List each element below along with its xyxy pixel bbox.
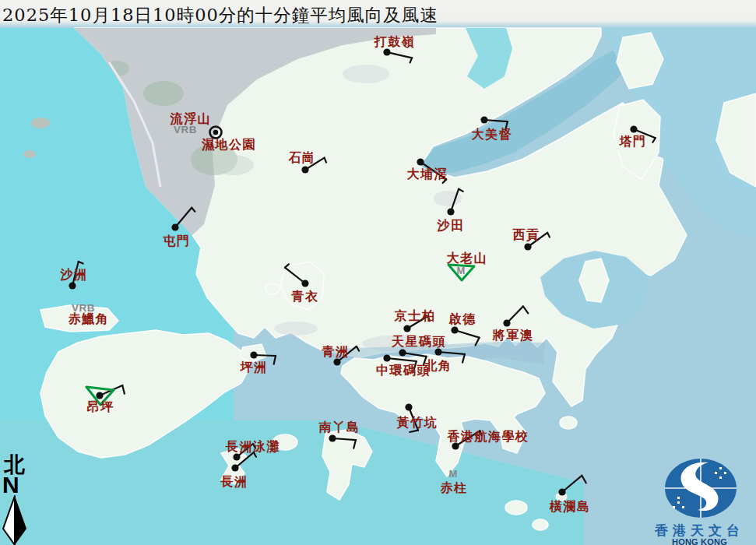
station-dot <box>171 223 178 230</box>
hko-logo: 香港天文台 HONG KONG OBSERVATORY <box>643 453 756 545</box>
station-label: 大埔滘 <box>407 167 448 181</box>
north-arrow-icon <box>2 495 29 545</box>
station-label: 長洲泳灘 <box>225 439 280 454</box>
station-label: 昂坪 <box>87 399 114 414</box>
station-dot <box>301 166 308 173</box>
station-dot <box>447 208 454 215</box>
station-label: 將軍澳 <box>492 328 534 343</box>
station-label: 南丫島 <box>318 420 360 434</box>
station-dot <box>333 358 340 365</box>
map-title: 2025年10月18日10時00分的十分鐘平均風向及風速 <box>2 3 438 27</box>
shenzhen-green-patch <box>143 81 184 106</box>
station-label: 青衣 <box>291 289 319 304</box>
maintenance-m-mark: M <box>457 265 466 276</box>
station-label: 坪洲 <box>240 360 268 374</box>
station-label: 赤柱 <box>440 480 468 495</box>
station-label: 啟德 <box>448 311 476 326</box>
station-dot <box>417 158 424 165</box>
island-deep-bay-2 <box>23 150 36 158</box>
station-label: 濕地公園 <box>201 137 256 152</box>
station-dot <box>399 349 406 356</box>
station-dot <box>329 434 336 441</box>
station-label: 沙田 <box>437 218 465 233</box>
calm-wind-dot <box>213 130 218 135</box>
station-label: 長洲 <box>220 474 248 489</box>
station-label: 中環碼頭 <box>376 363 431 378</box>
station-dot <box>451 326 458 333</box>
station-dot <box>383 354 390 361</box>
station-dot <box>434 348 441 355</box>
island-po-toi <box>505 501 527 515</box>
station-label: 沙洲 <box>60 267 88 282</box>
station-dot <box>250 351 257 358</box>
hko-logo-icon <box>643 453 756 520</box>
station-label: 打鼓嶺 <box>374 34 416 49</box>
station-label: 香港航海學校 <box>447 429 529 444</box>
maintenance-m-mark: M <box>449 468 458 480</box>
hko-name-en: HONG KONG OBSERVATORY <box>643 537 756 545</box>
station-dot <box>69 282 76 289</box>
station-dot <box>558 488 565 495</box>
station-dot <box>524 243 531 250</box>
island-tung-lung <box>560 417 577 429</box>
station-dot <box>301 280 308 287</box>
island-deep-bay-1 <box>31 118 50 128</box>
station-dot <box>383 48 390 55</box>
station-dot <box>405 403 412 410</box>
urban-tsuen-wan <box>274 322 318 336</box>
island-ma-wan <box>265 283 280 294</box>
station-label: 屯門 <box>163 234 191 248</box>
north-indicator: 北 N <box>2 455 33 545</box>
station-label: 青洲 <box>322 344 350 359</box>
urban-fanling <box>343 65 389 83</box>
station-dot <box>96 392 103 399</box>
station-dot <box>233 453 240 460</box>
station-label: 塔門 <box>619 134 647 149</box>
station-label: 橫瀾島 <box>549 499 591 514</box>
island-po-toi-south <box>533 519 548 530</box>
station-label: 赤鱲角 <box>68 311 110 326</box>
station-dot <box>403 325 410 332</box>
station-label: 黃竹坑 <box>396 415 438 430</box>
station-wetland-park: 濕地公園 <box>201 137 256 152</box>
hko-name-cjk: 香港天文台 <box>643 524 756 537</box>
station-dot <box>480 116 487 123</box>
station-dot <box>630 125 637 132</box>
station-label: 大美督 <box>472 127 513 142</box>
north-label-en: N <box>2 475 33 495</box>
station-label: 流浮山 <box>170 111 212 126</box>
station-label: 西貢 <box>512 227 540 242</box>
station-label: 石崗 <box>288 150 316 165</box>
station-label: 大老山 <box>447 251 488 265</box>
urban-yuen-long <box>213 155 254 175</box>
station-dot <box>503 319 510 326</box>
wind-map-screen: 打鼓嶺VRB流浮山濕地公園大美督塔門石崗大埔滘沙田屯門沙洲VRB赤鱲角西貢M大老… <box>0 0 756 545</box>
station-label: 京士柏 <box>394 308 436 323</box>
station-label: 天星碼頭 <box>391 334 446 349</box>
station-dot <box>231 464 238 471</box>
